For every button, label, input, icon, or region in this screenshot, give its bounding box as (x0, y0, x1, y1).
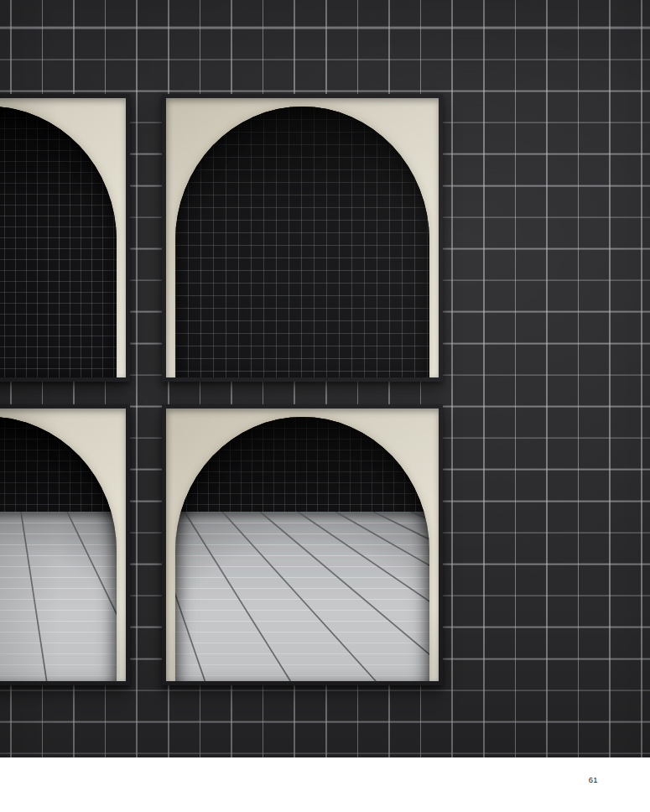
floor-plank-lines (175, 512, 429, 681)
arch-panel-bottom-left (0, 404, 130, 685)
room-back-wall (175, 417, 429, 512)
floor-plank-line (113, 512, 117, 681)
room-back-wall (0, 107, 117, 377)
floor-plank-line (411, 512, 429, 681)
arch-opening (175, 417, 429, 681)
floor-plank-line (21, 512, 47, 681)
arch-surround (0, 98, 126, 377)
floor-plank-line (260, 512, 429, 681)
floor-plank-line (298, 512, 429, 681)
room-back-wall (175, 107, 429, 377)
arch-opening (175, 107, 429, 377)
plank-floor (175, 512, 429, 681)
floor-plank-line (67, 512, 117, 681)
floor-plank-line (335, 512, 429, 681)
book-page: 61 (0, 0, 650, 812)
arch-panel-bottom-center (162, 404, 443, 685)
floor-plank-line (185, 512, 290, 681)
floor-plank-line (222, 512, 376, 681)
arch-panel-top-right (162, 94, 443, 382)
page-number: 61 (589, 775, 598, 785)
floor-plank-lines (0, 512, 117, 681)
arch-opening (0, 107, 117, 377)
arch-opening (0, 417, 117, 681)
arch-surround (0, 409, 126, 681)
plank-floor (0, 512, 117, 681)
arch-panel-top-left (0, 94, 130, 382)
arch-surround (166, 409, 439, 681)
page-footer: 61 (0, 757, 650, 812)
arch-surround (166, 98, 439, 377)
artwork-render (0, 0, 650, 757)
room-back-wall (0, 417, 117, 512)
